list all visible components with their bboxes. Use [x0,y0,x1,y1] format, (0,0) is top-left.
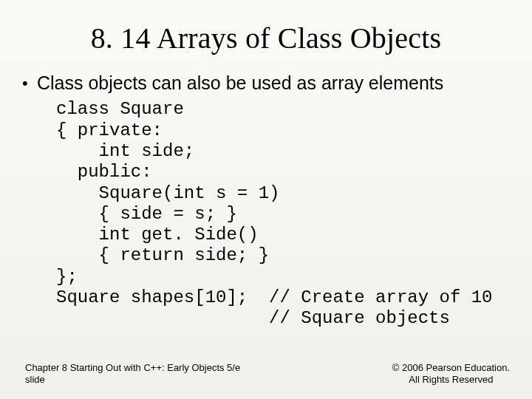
slide-body: Class objects can also be used as array … [0,72,532,330]
footer-chapter: Chapter 8 Starting Out with C++: Early O… [25,362,240,374]
slide: 8. 14 Arrays of Class Objects Class obje… [0,0,532,399]
bullet-item: Class objects can also be used as array … [37,72,517,95]
footer-copyright: © 2006 Pearson Education. [392,362,510,374]
footer-slide-label: slide [25,374,240,386]
footer-left: Chapter 8 Starting Out with C++: Early O… [25,362,240,386]
bullet-list: Class objects can also be used as array … [24,72,517,95]
code-block: class Square { private: int side; public… [24,99,517,329]
slide-title: 8. 14 Arrays of Class Objects [0,0,532,72]
footer-rights: All Rights Reserved [392,374,510,386]
footer-right: © 2006 Pearson Education. All Rights Res… [392,362,510,386]
